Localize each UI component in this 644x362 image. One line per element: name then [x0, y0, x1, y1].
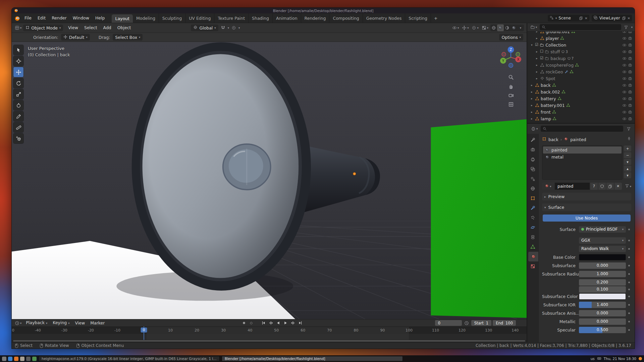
zoom-icon[interactable]	[508, 74, 514, 80]
disable-in-renders-icon[interactable]	[628, 43, 632, 47]
properties-filter-icon[interactable]	[625, 125, 632, 132]
tool-measure-button[interactable]	[13, 122, 23, 132]
workspace-tab-layout[interactable]: Layout	[112, 14, 133, 23]
gizmo-icon[interactable]: ▾	[461, 24, 470, 31]
outliner-editor-icon[interactable]: ▾	[529, 24, 538, 31]
expand-arrow-icon[interactable]: ▸	[535, 57, 539, 60]
outliner-row-backup[interactable]: ▸ ☑ backup 7	[527, 55, 635, 62]
animate-dot[interactable]	[627, 304, 631, 306]
disable-in-renders-icon[interactable]	[628, 36, 632, 41]
overlays-icon[interactable]: ▾	[471, 24, 479, 31]
properties-tab-texture[interactable]	[527, 261, 538, 271]
hide-in-viewport-icon[interactable]	[622, 43, 627, 47]
tool-annotate-button[interactable]	[13, 111, 23, 121]
hide-in-viewport-icon[interactable]	[622, 90, 627, 94]
timeline-menu-keying[interactable]: Keying ▾	[50, 319, 72, 326]
new-material-icon[interactable]	[606, 183, 614, 190]
animate-dot[interactable]	[627, 282, 631, 283]
outliner-row-player[interactable]: ▸ player	[527, 35, 635, 42]
workspace-tab-scripting[interactable]: Scripting	[405, 13, 431, 23]
orientation-dropdown[interactable]: Global▾	[191, 24, 218, 31]
xray-icon[interactable]: ▾	[481, 24, 489, 31]
slot-button-1[interactable]: −	[624, 152, 631, 158]
outliner-row-front[interactable]: ▸ front	[527, 109, 635, 115]
workspace-tab-animation[interactable]: Animation	[273, 13, 301, 23]
workspace-tab-shading[interactable]: Shading	[249, 13, 273, 23]
outliner-row-IcosphereFog[interactable]: ▸ IcosphereFog	[527, 62, 635, 68]
properties-tab-render[interactable]	[527, 145, 538, 155]
current-frame-field[interactable]: 0	[435, 320, 462, 326]
outliner-row-back.002[interactable]: ▸ back.002	[527, 88, 635, 95]
viewport-menu-add[interactable]: Add	[100, 23, 114, 33]
workspace-tab-geometry-nodes[interactable]: Geometry Nodes	[363, 13, 405, 23]
new-viewlayer-icon[interactable]	[622, 16, 626, 20]
taskbar-terminal-icon[interactable]	[26, 357, 31, 361]
options-dropdown[interactable]: Options▾	[499, 34, 523, 41]
hide-in-viewport-icon[interactable]	[622, 110, 627, 114]
filter-icon[interactable]	[623, 24, 630, 31]
shading-dropdown-icon[interactable]: ▾	[517, 24, 524, 31]
disable-in-renders-icon[interactable]	[628, 76, 632, 81]
menu-render[interactable]: Render	[49, 13, 70, 23]
origin-point[interactable]	[353, 173, 356, 175]
timeline-menu-marker[interactable]: Marker	[88, 320, 107, 326]
animate-dot[interactable]	[627, 321, 631, 322]
panel-surface[interactable]: ▾ Surface	[542, 203, 631, 211]
properties-tab-view-layer[interactable]	[527, 164, 538, 174]
outliner-row-rockGeo[interactable]: ▸ rockGeo	[527, 68, 635, 75]
field-subsurface[interactable]: 0.000	[579, 262, 626, 269]
workspace-tab-compositing[interactable]: Compositing	[329, 13, 363, 23]
hide-in-viewport-icon[interactable]	[622, 97, 627, 101]
taskbar-window-button[interactable]: Blender [/home/amalie/Desktop/blender/fl…	[222, 356, 403, 361]
play-reverse-icon[interactable]	[275, 320, 282, 326]
viewport-3d[interactable]: User Perspective (0) Collection | back Z…	[12, 42, 527, 319]
navigation-gizmo[interactable]: Z Y X	[498, 45, 524, 71]
animate-dot[interactable]	[627, 248, 631, 250]
hide-in-viewport-icon[interactable]	[622, 70, 627, 74]
pin-icon[interactable]	[627, 137, 631, 142]
animate-dot[interactable]	[627, 312, 631, 314]
field-row-7[interactable]: 0.100	[579, 286, 626, 293]
menu-help[interactable]: Help	[92, 13, 108, 23]
animate-dot[interactable]	[627, 273, 631, 275]
properties-tab-physics[interactable]	[527, 223, 538, 232]
field-subsurface-ior[interactable]: 1.400	[579, 302, 626, 308]
tool-select-box-button[interactable]	[13, 45, 23, 55]
expand-arrow-icon[interactable]: ▸	[535, 63, 539, 67]
green-screen-plane[interactable]	[431, 119, 527, 318]
drag-dropdown[interactable]: Select Box▾	[113, 34, 143, 41]
workspace-tab-modeling[interactable]: Modeling	[133, 13, 159, 23]
ortho-icon[interactable]	[508, 102, 514, 107]
taskbar-files-icon[interactable]	[8, 357, 12, 361]
dropdown-row-1[interactable]: GGX▾	[579, 237, 626, 244]
hide-in-viewport-icon[interactable]	[622, 36, 627, 41]
swatch-base-color[interactable]	[579, 254, 626, 260]
frame-clock-icon[interactable]	[463, 320, 470, 326]
viewlayer-selector[interactable]: ViewLayer ✕	[592, 15, 632, 21]
expand-arrow-icon[interactable]: ▸	[535, 70, 539, 73]
material-slot-painted[interactable]: painted	[543, 146, 622, 154]
viewport-menu-object[interactable]: Object	[114, 23, 134, 33]
dropdown-row-2[interactable]: Random Walk▾	[579, 246, 626, 252]
disable-in-renders-icon[interactable]	[628, 117, 632, 121]
outliner-row-battery[interactable]: ▸ battery	[527, 95, 635, 102]
outliner-options-icon[interactable]: ▾	[631, 25, 633, 29]
hide-in-viewport-icon[interactable]	[622, 63, 627, 67]
taskbar-window-button[interactable]: heightmapcone.xcf-179.0 (Grayscale 16-bi…	[39, 356, 220, 361]
workspace-tab-texture-paint[interactable]: Texture Paint	[214, 13, 249, 23]
editor-type-icon[interactable]: ▾	[14, 24, 22, 31]
material-specials-icon[interactable]: ▾	[625, 184, 631, 189]
shading-wireframe-icon[interactable]	[490, 24, 497, 31]
properties-tab-output[interactable]	[527, 155, 538, 164]
expand-arrow-icon[interactable]: ▸	[530, 97, 534, 100]
hand-icon[interactable]	[508, 83, 514, 89]
disable-in-renders-icon[interactable]	[628, 110, 632, 114]
disable-in-renders-icon[interactable]	[628, 83, 632, 87]
hide-in-viewport-icon[interactable]	[622, 76, 627, 81]
mode-dropdown[interactable]: Object Mode▾	[23, 24, 63, 31]
transform-orientation-dropdown[interactable]: Default▾	[61, 34, 90, 41]
disable-in-renders-icon[interactable]	[628, 32, 632, 34]
snap-magnet-icon[interactable]	[220, 24, 226, 31]
outliner-row-back[interactable]: ▸ back	[527, 82, 635, 88]
jump-to-end-icon[interactable]	[297, 320, 304, 326]
